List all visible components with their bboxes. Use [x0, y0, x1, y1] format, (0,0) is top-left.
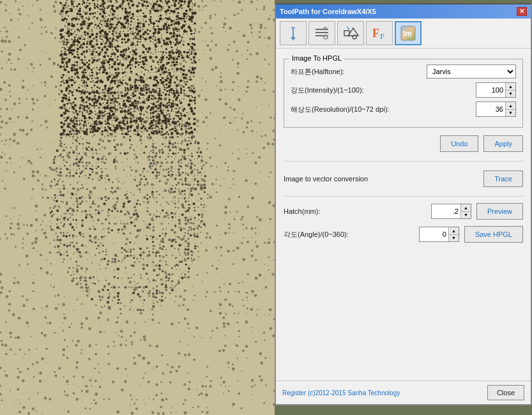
- image-tool-button[interactable]: Im: [395, 21, 422, 45]
- svg-text:F: F: [380, 31, 384, 41]
- svg-text:Im: Im: [403, 29, 412, 38]
- image-to-hpgl-group: Image To HPGL 하프톤(Halftone): Jarvis Floy…: [284, 59, 523, 128]
- title-close-button[interactable]: ✕: [517, 7, 527, 16]
- trace-button[interactable]: Trace: [483, 170, 523, 187]
- toolbar: F F Im: [276, 19, 531, 49]
- halftone-dropdown-container: Jarvis Floyd-Steinberg Stucki Atkinson B…: [427, 64, 516, 79]
- intensity-spin-buttons: ▲ ▼: [505, 83, 515, 97]
- font-icon: F F: [370, 24, 388, 42]
- trace-description-label: Image to vector conversion: [284, 175, 368, 183]
- apply-button[interactable]: Apply: [483, 135, 523, 152]
- intensity-spin-up[interactable]: ▲: [506, 83, 515, 91]
- hatch-spinbox: ▲ ▼: [431, 204, 471, 219]
- dialog-panel: ToolPath for CoreldrawX4/X5 ✕: [275, 3, 532, 405]
- halftone-label: 하프톤(Halftone):: [291, 67, 344, 77]
- hatch-spin-buttons: ▲ ▼: [460, 204, 471, 218]
- svg-marker-1: [291, 37, 296, 41]
- resolution-spin-up[interactable]: ▲: [506, 102, 515, 110]
- angle-spin-down[interactable]: ▼: [449, 235, 459, 242]
- svg-text:F: F: [372, 27, 379, 40]
- hpgl-lines-icon: [313, 24, 331, 42]
- angle-spin-buttons: ▲ ▼: [448, 227, 459, 241]
- main-content: Image To HPGL 하프톤(Halftone): Jarvis Floy…: [276, 49, 531, 381]
- halftone-select[interactable]: Jarvis Floyd-Steinberg Stucki Atkinson B…: [427, 64, 516, 79]
- resolution-label: 해상도(Resolution)/(10~72 dpi):: [291, 105, 389, 114]
- halftone-row: 하프톤(Halftone): Jarvis Floyd-Steinberg St…: [291, 64, 516, 79]
- svg-rect-2: [291, 27, 295, 29]
- footer: Register (c)2012-2015 Sanha Technology C…: [276, 381, 531, 404]
- angle-spin-up[interactable]: ▲: [449, 227, 459, 235]
- image-panel: [0, 0, 275, 415]
- angle-controls: ▲ ▼ Save HPGL: [419, 226, 523, 243]
- close-x-icon: ✕: [519, 8, 524, 15]
- angle-input[interactable]: [420, 227, 448, 241]
- title-bar: ToolPath for CoreldrawX4/X5 ✕: [276, 4, 531, 19]
- separator-2: [284, 196, 523, 197]
- hatch-spin-down[interactable]: ▼: [461, 212, 471, 219]
- hatch-spin-up[interactable]: ▲: [461, 204, 471, 212]
- undo-button[interactable]: Undo: [440, 135, 478, 152]
- resolution-input[interactable]: [476, 102, 505, 116]
- intensity-row: 강도(Intensity)/(1~100): ▲ ▼: [291, 82, 516, 98]
- svg-line-12: [347, 27, 349, 29]
- hatch-label: Hatch(mm):: [284, 207, 320, 215]
- angle-label: 각도(Angle)/(0~360):: [284, 230, 349, 239]
- separator-1: [284, 161, 523, 162]
- group-title: Image To HPGL: [289, 54, 344, 62]
- undo-apply-row: Undo Apply: [284, 135, 523, 152]
- hatch-row: Hatch(mm): ▲ ▼ Preview: [284, 203, 523, 220]
- pen-icon: [284, 24, 302, 42]
- resolution-spin-buttons: ▲ ▼: [505, 102, 515, 116]
- intensity-spinbox: ▲ ▼: [476, 82, 516, 98]
- save-hpgl-button[interactable]: Save HPGL: [464, 226, 523, 243]
- resolution-row: 해상도(Resolution)/(10~72 dpi): ▲ ▼: [291, 102, 516, 117]
- resolution-spinbox: ▲ ▼: [476, 102, 516, 117]
- resolution-spin-down[interactable]: ▼: [506, 110, 515, 117]
- hatch-controls: ▲ ▼ Preview: [431, 203, 523, 220]
- intensity-spin-down[interactable]: ▼: [506, 91, 515, 98]
- intensity-label: 강도(Intensity)/(1~100):: [291, 86, 364, 95]
- angle-spinbox: ▲ ▼: [419, 227, 459, 242]
- font-tool-button[interactable]: F F: [366, 21, 393, 45]
- trace-row: Image to vector conversion Trace: [284, 168, 523, 190]
- hpgl-tool-button[interactable]: [308, 21, 335, 45]
- register-text: Register (c)2012-2015 Sanha Technology: [282, 389, 400, 396]
- dialog-title: ToolPath for CoreldrawX4/X5: [280, 8, 376, 15]
- hatch-input[interactable]: [432, 204, 460, 218]
- preview-button[interactable]: Preview: [476, 203, 523, 220]
- image-icon: Im: [399, 24, 417, 42]
- close-footer-button[interactable]: Close: [487, 385, 524, 400]
- vector-tool-button[interactable]: [337, 21, 364, 45]
- pen-tool-button[interactable]: [280, 21, 307, 45]
- angle-row: 각도(Angle)/(0~360): ▲ ▼ Save HPGL: [284, 226, 523, 243]
- vector-shapes-icon: [342, 24, 360, 42]
- intensity-input[interactable]: [476, 83, 505, 97]
